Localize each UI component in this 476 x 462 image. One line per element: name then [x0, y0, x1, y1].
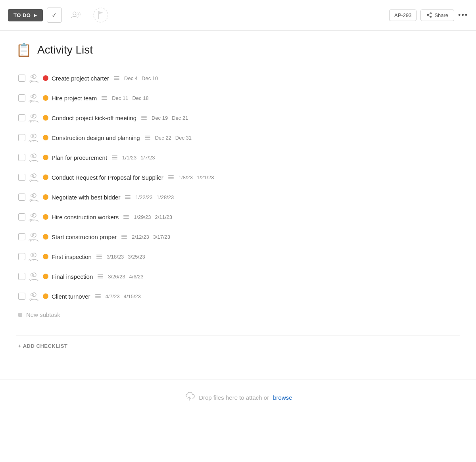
task-priority-3 [43, 135, 48, 140]
task-avatar-3 [29, 132, 40, 143]
ap-badge: AP-293 [389, 10, 416, 21]
top-bar: TO DO ▶ ✓ AP-293 [0, 0, 476, 31]
top-bar-right: AP-293 Share ••• [389, 10, 468, 21]
share-icon [426, 12, 432, 18]
task-avatar-9 [29, 251, 40, 262]
task-item: First inspection 3/18/23 3/25/23 [16, 247, 460, 266]
task-checkbox-7[interactable] [18, 213, 25, 220]
task-item: Construction design and planning Dec 22 … [16, 128, 460, 147]
task-start-1: Dec 11 [112, 95, 128, 101]
svg-point-7 [427, 15, 428, 16]
task-checkbox-1[interactable] [18, 94, 25, 102]
task-name-9[interactable]: First inspection [52, 253, 92, 260]
task-start-10: 3/26/23 [108, 274, 125, 280]
task-checkbox-3[interactable] [18, 134, 25, 141]
task-avatar-6 [29, 192, 40, 203]
task-checkbox-0[interactable] [18, 75, 25, 82]
task-item: Hire construction workers 1/29/23 2/11/2… [16, 207, 460, 226]
task-avatar-10 [29, 271, 40, 282]
task-item: Start construction proper 2/12/23 3/17/2… [16, 227, 460, 246]
page-title-row: 📋 Activity List [16, 42, 460, 58]
check-button[interactable]: ✓ [47, 8, 62, 23]
todo-button[interactable]: TO DO ▶ [8, 9, 43, 21]
task-end-3: Dec 31 [175, 135, 192, 141]
task-avatar-4 [29, 152, 40, 163]
task-end-8: 3/17/23 [153, 234, 170, 240]
task-name-11[interactable]: Client turnover [52, 293, 90, 300]
task-name-8[interactable]: Start construction proper [52, 234, 117, 240]
task-dates-0: Dec 4 Dec 10 [124, 75, 158, 81]
main-content: 📋 Activity List Create project charter D… [0, 31, 476, 368]
task-end-1: Dec 18 [132, 95, 148, 101]
task-checkbox-10[interactable] [18, 273, 25, 280]
share-label: Share [434, 12, 448, 18]
task-start-3: Dec 22 [155, 135, 171, 141]
task-avatar-2 [29, 112, 40, 123]
task-item: Create project charter Dec 4 Dec 10 [16, 69, 460, 88]
more-button[interactable]: ••• [458, 11, 468, 19]
task-priority-10 [43, 274, 48, 279]
new-subtask-row[interactable]: New subtask [16, 306, 460, 324]
task-item: Client turnover 4/7/23 4/15/23 [16, 287, 460, 306]
task-avatar-11 [29, 291, 40, 302]
task-name-1[interactable]: Hire project team [52, 95, 97, 102]
task-dates-2: Dec 19 Dec 21 [152, 115, 188, 121]
task-start-11: 4/7/23 [106, 293, 120, 299]
task-name-4[interactable]: Plan for procurement [52, 154, 107, 161]
task-name-6[interactable]: Negotiate with best bidder [52, 194, 120, 201]
task-dates-5: 1/8/23 1/21/23 [178, 174, 214, 180]
svg-line-8 [428, 13, 430, 15]
task-lines-icon-6 [125, 195, 131, 199]
task-name-0[interactable]: Create project charter [52, 75, 109, 82]
task-item: Negotiate with best bidder 1/22/23 1/28/… [16, 188, 460, 207]
task-priority-8 [43, 234, 48, 240]
task-lines-icon-9 [96, 255, 102, 259]
task-start-8: 2/12/23 [132, 234, 149, 240]
task-end-10: 4/6/23 [129, 274, 144, 280]
task-name-10[interactable]: Final inspection [52, 273, 93, 280]
task-priority-2 [43, 115, 48, 121]
task-priority-11 [43, 293, 48, 299]
clipboard-icon: 📋 [16, 42, 32, 58]
people-add-button[interactable] [66, 5, 86, 25]
task-item: Final inspection 3/26/23 4/6/23 [16, 267, 460, 286]
page-title: Activity List [37, 44, 93, 56]
task-name-2[interactable]: Conduct project kick-off meeting [52, 115, 136, 121]
task-dates-7: 1/29/23 2/11/23 [134, 214, 172, 220]
task-priority-5 [43, 174, 48, 180]
task-checkbox-9[interactable] [18, 253, 25, 260]
task-name-3[interactable]: Construction design and planning [52, 134, 140, 141]
task-checkbox-5[interactable] [18, 174, 25, 181]
task-avatar-5 [29, 172, 40, 183]
task-item: Plan for procurement 1/1/23 1/7/23 [16, 148, 460, 167]
task-checkbox-6[interactable] [18, 194, 25, 201]
task-dates-8: 2/12/23 3/17/23 [132, 234, 170, 240]
task-checkbox-2[interactable] [18, 114, 25, 121]
share-button[interactable]: Share [420, 10, 454, 21]
task-lines-icon-3 [145, 136, 150, 140]
task-start-9: 3/18/23 [107, 254, 124, 260]
task-priority-1 [43, 95, 48, 101]
task-name-7[interactable]: Hire construction workers [52, 214, 119, 220]
task-dates-11: 4/7/23 4/15/23 [106, 293, 141, 299]
task-checkbox-4[interactable] [18, 154, 25, 161]
task-lines-icon-4 [112, 155, 117, 159]
browse-link[interactable]: browse [273, 394, 292, 401]
flag-button[interactable] [90, 5, 111, 25]
add-checklist-section: + ADD CHECKLIST [16, 335, 460, 356]
task-end-5: 1/21/23 [197, 174, 214, 180]
task-name-5[interactable]: Conduct Request for Proposal for Supplie… [52, 174, 163, 181]
task-start-5: 1/8/23 [178, 174, 193, 180]
task-priority-9 [43, 254, 48, 259]
task-checkbox-11[interactable] [18, 293, 25, 300]
task-checkbox-8[interactable] [18, 233, 25, 240]
task-lines-icon-1 [102, 96, 107, 100]
task-lines-icon-7 [123, 215, 129, 219]
task-start-6: 1/22/23 [135, 194, 152, 200]
add-checklist-button[interactable]: + ADD CHECKLIST [18, 343, 67, 349]
task-end-11: 4/15/23 [124, 293, 141, 299]
svg-point-6 [430, 16, 432, 17]
task-dates-6: 1/22/23 1/28/23 [135, 194, 174, 200]
task-item: Hire project team Dec 11 Dec 18 [16, 88, 460, 107]
task-end-9: 3/25/23 [128, 254, 145, 260]
